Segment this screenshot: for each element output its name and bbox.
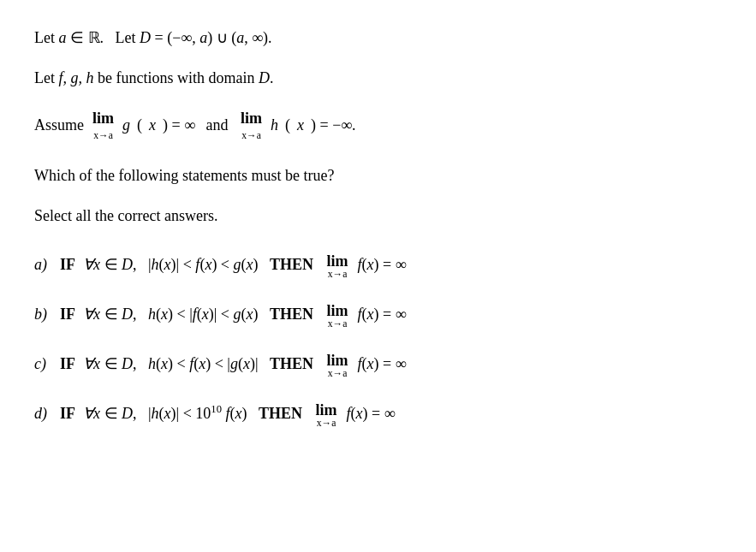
line-2: Let f, g, h be functions with domain D. xyxy=(34,66,722,91)
lim-g-group: lim x→a xyxy=(92,106,114,145)
a-then: THEN xyxy=(270,256,313,273)
line-5-select: Select all the correct answers. xyxy=(34,204,722,229)
lim-h-word: lim xyxy=(241,106,262,131)
b-lim-word: lim xyxy=(327,302,348,320)
var-fgh: f, g, h xyxy=(59,69,94,86)
label-c: c) xyxy=(34,355,60,373)
a-lim-sub: x→a xyxy=(328,269,348,280)
d-if: IF xyxy=(60,405,75,422)
label-b: b) xyxy=(34,306,60,323)
lim-g-expr-2: ( xyxy=(137,113,142,138)
statement-a: a) IF ∀x ∈ D, |h(x)| < f(x) < g(x) THEN … xyxy=(34,252,722,280)
statement-b: b) IF ∀x ∈ D, h(x) < |f(x)| < g(x) THEN … xyxy=(34,302,722,329)
line-1: Let a ∈ ℝ. Let D = (−∞, a) ∪ (a, ∞). xyxy=(34,26,722,50)
b-content: IF ∀x ∈ D, h(x) < |f(x)| < g(x) THEN lim… xyxy=(60,302,407,329)
d-lim-group: lim x→a xyxy=(315,401,336,429)
main-content: Let a ∈ ℝ. Let D = (−∞, a) ∪ (a, ∞). Let… xyxy=(34,26,722,429)
var-a: a xyxy=(59,29,67,46)
lim-g-word: lim xyxy=(92,106,114,131)
a-lim-word: lim xyxy=(327,252,348,270)
c-lim-word: lim xyxy=(327,352,348,370)
a-if: IF xyxy=(60,256,75,273)
label-a: a) xyxy=(34,256,60,274)
b-lim-sub: x→a xyxy=(328,318,348,329)
lim-h-group: lim x→a xyxy=(241,106,262,145)
d-then: THEN xyxy=(259,405,302,422)
c-if: IF xyxy=(60,355,75,372)
statement-d: d) IF ∀x ∈ D, |h(x)| < 1010 f(x) THEN li… xyxy=(34,401,722,429)
var-D: D xyxy=(140,29,151,46)
d-content: IF ∀x ∈ D, |h(x)| < 1010 f(x) THEN lim x… xyxy=(60,401,395,429)
label-d: d) xyxy=(34,405,60,423)
lim-h-expr-2: ( xyxy=(285,113,290,138)
assume-word: Assume xyxy=(34,113,84,138)
d-lim-sub: x→a xyxy=(317,418,336,429)
b-lim-group: lim x→a xyxy=(327,302,348,329)
c-lim-group: lim x→a xyxy=(327,352,348,379)
lim-g-sub: x→a xyxy=(93,128,113,145)
and-word: and xyxy=(202,113,232,138)
b-if: IF xyxy=(60,306,75,323)
lim-h-sub: x→a xyxy=(241,128,261,145)
d-lim-word: lim xyxy=(315,401,336,419)
line-3-assume: Assume lim x→a g(x) = ∞ and lim x→a h(x)… xyxy=(34,106,722,145)
a-lim-group: lim x→a xyxy=(327,252,348,280)
lim-h-expr: h xyxy=(271,113,278,138)
statement-c: c) IF ∀x ∈ D, h(x) < f(x) < |g(x)| THEN … xyxy=(34,352,722,379)
c-then: THEN xyxy=(270,355,313,372)
c-lim-sub: x→a xyxy=(328,368,348,379)
a-content: IF ∀x ∈ D, |h(x)| < f(x) < g(x) THEN lim… xyxy=(60,252,407,280)
c-content: IF ∀x ∈ D, h(x) < f(x) < |g(x)| THEN lim… xyxy=(60,352,407,379)
line-4-question: Which of the following statements must b… xyxy=(34,163,722,188)
lim-g-expr: g xyxy=(122,113,130,138)
b-then: THEN xyxy=(270,306,313,323)
